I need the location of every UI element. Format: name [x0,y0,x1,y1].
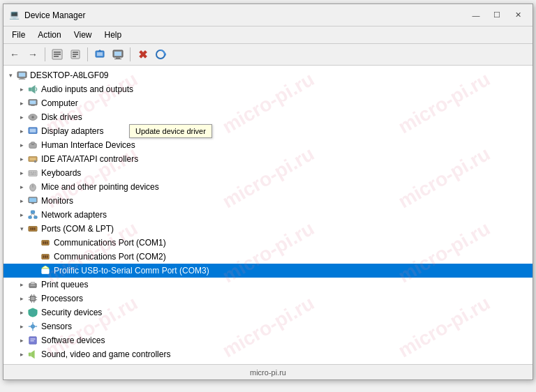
menu-view[interactable]: View [68,28,98,42]
com3-icon: ! [40,265,51,276]
svg-text:!: ! [45,266,45,269]
title-controls: — ☐ ✕ [467,8,527,22]
menu-file[interactable]: File [6,28,31,42]
app-icon: 💻 [9,10,20,21]
status-bar: micro-pi.ru [3,364,533,379]
title-bar: 💻 Device Manager — ☐ ✕ [3,4,533,27]
svg-rect-13 [116,57,120,59]
properties2-button[interactable] [67,46,84,63]
toolbar: ← → [3,44,533,66]
forward-button[interactable]: → [24,46,41,63]
close-button[interactable]: ✕ [509,8,527,22]
svg-rect-68 [45,270,46,273]
window-title: Device Manager [24,10,85,20]
computer-button[interactable] [110,46,126,63]
menu-action[interactable]: Action [32,28,66,42]
scan-hardware-button[interactable] [152,46,169,63]
svg-rect-1 [54,52,61,53]
toolbar-sep-3 [130,47,131,61]
device-manager-window: 💻 Device Manager — ☐ ✕ File Action View … [3,3,533,380]
svg-marker-16 [165,52,166,56]
menu-help[interactable]: Help [99,28,128,42]
uninstall-button[interactable]: ✖ [134,46,151,63]
maximize-button[interactable]: ☐ [488,8,506,22]
toolbar-sep-1 [45,47,45,61]
watermark: micro-pi.ru micro-pi.ru micro-pi.ru micr… [3,66,533,364]
toolbar-sep-2 [87,47,88,61]
back-button[interactable]: ← [6,46,23,63]
svg-rect-67 [43,270,45,273]
svg-rect-14 [114,59,121,59]
minimize-button[interactable]: — [467,8,485,22]
svg-rect-69 [47,270,48,273]
svg-rect-3 [54,56,59,57]
svg-rect-2 [54,54,61,55]
update-driver-button[interactable] [91,46,108,63]
status-text: micro-pi.ru [250,368,286,377]
content-area[interactable]: micro-pi.ru micro-pi.ru micro-pi.ru micr… [3,66,533,364]
svg-rect-9 [97,52,103,56]
title-left: 💻 Device Manager [9,10,85,21]
properties-button[interactable] [49,46,66,63]
svg-rect-12 [114,52,121,56]
menu-bar: File Action View Help [3,27,533,44]
